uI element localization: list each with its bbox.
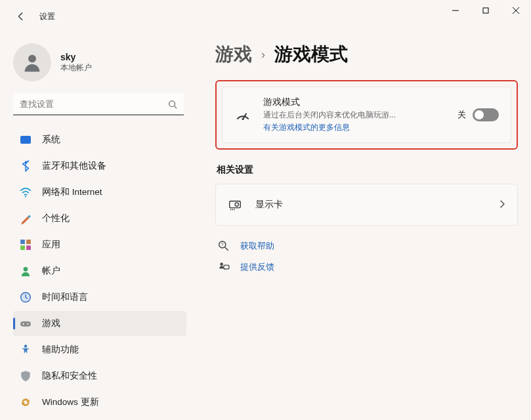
brush-icon <box>20 213 32 224</box>
display-adapter-label: 显示卡 <box>255 199 486 211</box>
sidebar-item-label: 游戏 <box>42 318 60 329</box>
breadcrumb-current: 游戏模式 <box>274 42 348 67</box>
arrow-left-icon <box>16 12 26 21</box>
person-icon <box>21 51 43 74</box>
svg-point-17 <box>24 345 28 348</box>
svg-point-16 <box>27 323 28 324</box>
svg-point-15 <box>23 323 24 324</box>
related-settings-heading: 相关设置 <box>217 164 518 176</box>
minimize-icon <box>452 7 459 14</box>
svg-point-4 <box>28 54 36 62</box>
system-icon <box>20 134 32 146</box>
account-icon <box>20 265 32 277</box>
sidebar-item-time-language[interactable]: 时间和语言 <box>13 285 186 310</box>
search-input[interactable] <box>13 93 184 116</box>
bluetooth-icon <box>20 160 32 172</box>
svg-rect-14 <box>20 322 31 327</box>
sidebar-item-label: 个性化 <box>42 213 70 224</box>
back-button[interactable] <box>13 9 29 24</box>
nav: 系统 蓝牙和其他设备 网络和 Internet 个性化 应用 帐户 <box>13 127 197 415</box>
svg-point-21 <box>235 203 239 207</box>
svg-rect-1 <box>483 8 488 13</box>
user-text: sky 本地帐户 <box>60 52 92 74</box>
sidebar-item-accessibility[interactable]: 辅助功能 <box>13 337 186 362</box>
game-mode-card: 游戏模式 通过在后台关闭内容来优化电脑玩游... 有关游戏模式的更多信息 关 <box>222 87 511 143</box>
clock-icon <box>20 291 32 303</box>
window-title: 设置 <box>39 11 55 22</box>
sidebar-item-label: Windows 更新 <box>42 396 99 408</box>
maximize-icon <box>482 7 489 14</box>
game-mode-description: 通过在后台关闭内容来优化电脑玩游... <box>263 110 446 121</box>
search-icon <box>168 100 177 109</box>
update-icon <box>20 396 32 408</box>
svg-rect-8 <box>20 240 25 244</box>
close-button[interactable] <box>501 0 531 21</box>
get-help-label: 获取帮助 <box>240 240 274 252</box>
game-mode-card-body: 游戏模式 通过在后台关闭内容来优化电脑玩游... 有关游戏模式的更多信息 <box>263 96 446 133</box>
user-block[interactable]: sky 本地帐户 <box>13 38 197 93</box>
sidebar-item-privacy[interactable]: 隐私和安全性 <box>13 364 186 388</box>
sidebar-item-account[interactable]: 帐户 <box>13 259 186 284</box>
window-controls <box>440 0 531 21</box>
svg-point-12 <box>24 267 28 272</box>
sidebar-item-apps[interactable]: 应用 <box>13 232 186 257</box>
maximize-button[interactable] <box>471 0 501 21</box>
user-account-type: 本地帐户 <box>60 62 92 74</box>
give-feedback-link[interactable]: 提供反馈 <box>218 261 518 273</box>
game-mode-learn-more-link[interactable]: 有关游戏模式的更多信息 <box>263 122 446 133</box>
sidebar-item-gaming[interactable]: 游戏 <box>13 311 186 336</box>
accessibility-icon <box>20 344 32 356</box>
svg-rect-28 <box>224 265 229 269</box>
sidebar-item-label: 应用 <box>42 239 60 251</box>
chevron-right-icon <box>499 200 505 211</box>
apps-icon <box>20 239 32 251</box>
breadcrumb: 游戏 › 游戏模式 <box>215 42 518 67</box>
svg-point-19 <box>242 118 244 120</box>
avatar <box>13 43 51 81</box>
title-bar: 设置 <box>0 0 531 33</box>
sidebar-item-personalization[interactable]: 个性化 <box>13 206 186 231</box>
feedback-icon <box>218 261 230 273</box>
svg-line-6 <box>175 106 177 109</box>
sidebar-item-label: 隐私和安全性 <box>42 370 97 382</box>
close-icon <box>513 7 519 14</box>
game-mode-title: 游戏模式 <box>263 96 446 108</box>
svg-text:?: ? <box>221 242 224 247</box>
sidebar-item-label: 网络和 Internet <box>42 186 102 198</box>
sidebar-item-label: 系统 <box>42 134 60 146</box>
gpu-icon <box>228 198 242 212</box>
sidebar: sky 本地帐户 系统 蓝牙和其他设备 网络和 Internet <box>0 33 197 420</box>
help-icon: ? <box>218 240 230 252</box>
main-content: 游戏 › 游戏模式 游戏模式 通过在后台关闭内容来优化电脑玩游... 有关游戏模… <box>197 33 531 420</box>
sidebar-item-label: 时间和语言 <box>42 291 88 303</box>
sidebar-item-label: 辅助功能 <box>42 344 79 356</box>
display-adapter-row[interactable]: 显示卡 <box>215 184 518 226</box>
svg-rect-9 <box>26 240 31 244</box>
speedometer-icon <box>234 106 251 123</box>
sidebar-item-label: 蓝牙和其他设备 <box>42 160 106 172</box>
give-feedback-label: 提供反馈 <box>240 261 274 273</box>
wifi-icon <box>20 186 32 198</box>
svg-point-27 <box>220 262 223 266</box>
sidebar-item-system[interactable]: 系统 <box>13 127 186 152</box>
game-mode-toggle-group: 关 <box>457 108 499 121</box>
search-box[interactable] <box>13 93 184 116</box>
svg-rect-11 <box>26 245 31 250</box>
sidebar-item-bluetooth[interactable]: 蓝牙和其他设备 <box>13 154 186 178</box>
get-help-link[interactable]: ? 获取帮助 <box>218 240 518 252</box>
gamepad-icon <box>20 318 32 329</box>
game-mode-toggle-label: 关 <box>457 109 466 121</box>
sidebar-item-label: 帐户 <box>42 265 60 277</box>
breadcrumb-parent[interactable]: 游戏 <box>215 42 252 67</box>
game-mode-card-highlight: 游戏模式 通过在后台关闭内容来优化电脑玩游... 有关游戏模式的更多信息 关 <box>215 80 518 150</box>
minimize-button[interactable] <box>440 0 471 21</box>
sidebar-item-network[interactable]: 网络和 Internet <box>13 180 186 205</box>
chevron-right-icon: › <box>261 48 265 62</box>
user-name: sky <box>60 52 92 62</box>
sidebar-item-windows-update[interactable]: Windows 更新 <box>13 390 186 415</box>
game-mode-toggle[interactable] <box>473 108 499 121</box>
help-links: ? 获取帮助 提供反馈 <box>218 240 518 273</box>
shield-icon <box>20 370 32 382</box>
svg-point-5 <box>169 101 175 107</box>
svg-point-7 <box>25 196 26 198</box>
